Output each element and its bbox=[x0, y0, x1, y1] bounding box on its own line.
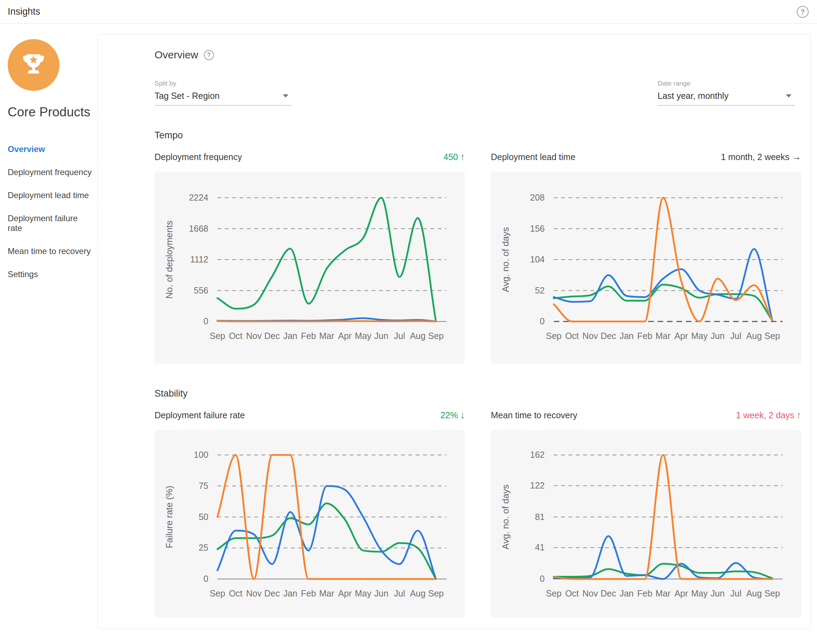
svg-text:Sep: Sep bbox=[546, 331, 561, 341]
svg-text:100: 100 bbox=[194, 450, 208, 460]
svg-text:Jul: Jul bbox=[394, 331, 405, 341]
svg-text:May: May bbox=[355, 589, 372, 598]
series-orange-deployment-frequency bbox=[217, 321, 436, 322]
sidebar-item-deployment-lead-time[interactable]: Deployment lead time bbox=[8, 184, 94, 207]
arrow-up-icon: ↑ bbox=[796, 409, 801, 420]
svg-text:41: 41 bbox=[535, 542, 545, 552]
svg-text:No. of deployments: No. of deployments bbox=[164, 221, 174, 299]
svg-text:556: 556 bbox=[194, 285, 208, 295]
split-by-select[interactable]: Split by Tag Set - Region bbox=[155, 80, 292, 106]
svg-text:Jan: Jan bbox=[619, 589, 633, 598]
arrow-right-icon: → bbox=[791, 151, 801, 162]
svg-text:162: 162 bbox=[530, 450, 545, 460]
svg-text:Sep: Sep bbox=[210, 331, 225, 341]
chart-canvas-deployment-frequency[interactable]: 0556111216682224SepOctNovDecJanFebMarApr… bbox=[155, 172, 465, 364]
date-range-label: Date range bbox=[657, 80, 795, 87]
svg-text:Nov: Nov bbox=[246, 589, 262, 598]
svg-text:Nov: Nov bbox=[582, 331, 598, 341]
svg-text:2224: 2224 bbox=[189, 193, 208, 202]
section-heading-stability: Stability bbox=[155, 388, 804, 399]
svg-text:208: 208 bbox=[530, 193, 545, 202]
svg-text:0: 0 bbox=[540, 316, 545, 326]
svg-text:1668: 1668 bbox=[189, 224, 208, 233]
svg-text:Oct: Oct bbox=[565, 331, 579, 341]
svg-text:Nov: Nov bbox=[582, 589, 598, 598]
svg-text:0: 0 bbox=[540, 574, 545, 584]
overview-help-icon[interactable]: ? bbox=[204, 50, 214, 60]
svg-text:Jun: Jun bbox=[711, 589, 725, 598]
sidebar-nav: OverviewDeployment frequencyDeployment l… bbox=[8, 138, 94, 286]
svg-text:81: 81 bbox=[535, 512, 545, 522]
svg-text:Dec: Dec bbox=[600, 589, 616, 598]
chart-mean-time-to-recovery: Mean time to recovery1 week, 2 days↑0418… bbox=[491, 409, 801, 618]
chart-deployment-frequency: Deployment frequency450↑0556111216682224… bbox=[155, 151, 465, 364]
svg-text:Mar: Mar bbox=[319, 331, 334, 341]
arrow-down-icon: ↓ bbox=[460, 409, 465, 420]
chart-title-deployment-failure-rate: Deployment failure rate bbox=[155, 410, 245, 420]
chart-panel-deployment-failure-rate: 0255075100SepOctNovDecJanFebMarAprMayJun… bbox=[155, 430, 465, 618]
svg-text:104: 104 bbox=[530, 255, 545, 264]
chart-badge-deployment-frequency: 450↑ bbox=[443, 151, 465, 163]
sidebar-item-deployment-failure-rate[interactable]: Deployment failure rate bbox=[8, 207, 94, 240]
svg-text:Sep: Sep bbox=[765, 331, 780, 341]
series-blue-mean-time-to-recovery bbox=[554, 536, 772, 579]
page-title: Overview bbox=[155, 49, 198, 61]
svg-text:156: 156 bbox=[530, 224, 545, 233]
svg-text:Oct: Oct bbox=[565, 589, 579, 598]
sidebar-item-overview[interactable]: Overview bbox=[8, 138, 94, 161]
svg-text:Avg. no. of days: Avg. no. of days bbox=[500, 485, 511, 550]
arrow-up-icon: ↑ bbox=[460, 151, 465, 162]
svg-text:Jun: Jun bbox=[375, 331, 389, 341]
svg-text:Jul: Jul bbox=[730, 589, 742, 598]
date-range-value: Last year, monthly bbox=[657, 91, 729, 101]
sidebar-item-settings[interactable]: Settings bbox=[8, 263, 94, 286]
svg-text:Feb: Feb bbox=[637, 589, 652, 598]
svg-text:Aug: Aug bbox=[746, 331, 762, 341]
svg-text:Jun: Jun bbox=[711, 331, 725, 341]
svg-text:Aug: Aug bbox=[410, 589, 425, 598]
chart-panel-deployment-frequency: 0556111216682224SepOctNovDecJanFebMarApr… bbox=[155, 172, 465, 364]
chart-title-deployment-lead-time: Deployment lead time bbox=[491, 152, 576, 162]
chart-title-deployment-frequency: Deployment frequency bbox=[155, 152, 242, 162]
chart-canvas-deployment-lead-time[interactable]: 052104156208SepOctNovDecJanFebMarAprMayJ… bbox=[491, 172, 801, 364]
svg-text:Aug: Aug bbox=[410, 331, 425, 341]
chart-deployment-failure-rate: Deployment failure rate22%↓0255075100Sep… bbox=[155, 409, 465, 618]
chart-canvas-deployment-failure-rate[interactable]: 0255075100SepOctNovDecJanFebMarAprMayJun… bbox=[155, 430, 465, 618]
date-range-select[interactable]: Date range Last year, monthly bbox=[657, 80, 795, 106]
chart-badge-mean-time-to-recovery: 1 week, 2 days↑ bbox=[736, 409, 801, 421]
chart-title-mean-time-to-recovery: Mean time to recovery bbox=[491, 410, 577, 420]
svg-text:1112: 1112 bbox=[190, 255, 208, 264]
svg-text:Apr: Apr bbox=[338, 589, 352, 598]
svg-text:Feb: Feb bbox=[301, 331, 316, 341]
series-green-mean-time-to-recovery bbox=[554, 564, 772, 578]
svg-text:Sep: Sep bbox=[428, 331, 444, 341]
chart-canvas-mean-time-to-recovery[interactable]: 04181122162SepOctNovDecJanFebMarAprMayJu… bbox=[491, 430, 801, 618]
sidebar-item-deployment-frequency[interactable]: Deployment frequency bbox=[8, 161, 94, 184]
svg-text:Jun: Jun bbox=[375, 589, 389, 598]
tempo-section: Tempo Deployment frequency450↑0556111216… bbox=[155, 130, 804, 364]
svg-text:122: 122 bbox=[530, 480, 545, 490]
sidebar: Core Products OverviewDeployment frequen… bbox=[0, 24, 98, 286]
svg-text:Apr: Apr bbox=[674, 589, 688, 598]
chart-badge-deployment-lead-time: 1 month, 2 weeks→ bbox=[721, 151, 801, 163]
svg-text:May: May bbox=[691, 589, 708, 598]
sidebar-item-mean-time-to-recovery[interactable]: Mean time to recovery bbox=[8, 240, 94, 263]
svg-text:Feb: Feb bbox=[637, 331, 652, 341]
svg-text:May: May bbox=[691, 331, 708, 341]
svg-text:50: 50 bbox=[198, 512, 208, 522]
svg-text:Aug: Aug bbox=[746, 589, 762, 598]
svg-text:52: 52 bbox=[535, 285, 545, 295]
app-title: Insights bbox=[8, 6, 40, 17]
svg-text:Dec: Dec bbox=[264, 589, 280, 598]
svg-text:Jan: Jan bbox=[619, 331, 633, 341]
svg-text:Sep: Sep bbox=[210, 589, 225, 598]
svg-text:0: 0 bbox=[203, 316, 208, 326]
series-green-deployment-lead-time bbox=[554, 285, 772, 320]
svg-text:Dec: Dec bbox=[600, 331, 616, 341]
svg-text:Apr: Apr bbox=[338, 331, 352, 341]
sidebar-title: Core Products bbox=[8, 105, 94, 120]
svg-text:Oct: Oct bbox=[229, 331, 243, 341]
svg-text:Failure rate (%): Failure rate (%) bbox=[164, 486, 174, 548]
svg-text:Dec: Dec bbox=[264, 331, 280, 341]
help-icon[interactable]: ? bbox=[797, 6, 809, 18]
